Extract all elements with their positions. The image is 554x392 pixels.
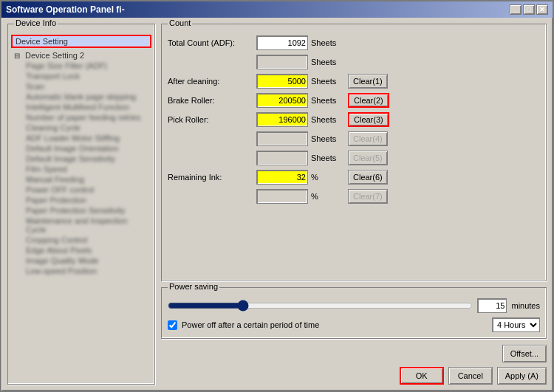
empty-row-2: Sheets Clear(4): [168, 131, 540, 147]
pick-roller-unit: Sheets: [311, 115, 348, 124]
offset-row: Offset...: [161, 345, 547, 362]
total-count-row: Total Count (ADF): 1092 Sheets: [168, 35, 540, 51]
empty-row-5: % Clear(7): [168, 188, 540, 204]
ok-button[interactable]: OK: [400, 367, 444, 385]
sub-item-9[interactable]: Default Image Orientation: [23, 143, 151, 154]
pick-roller-row: Pick Roller: 196000 Sheets Clear(3): [168, 111, 540, 128]
empty-unit-5: %: [311, 192, 348, 201]
cancel-button[interactable]: Cancel: [448, 367, 493, 385]
brake-roller-label: Brake Roller:: [168, 96, 256, 105]
after-cleaning-row: After cleaning: 5000 Sheets Clear(1): [168, 73, 540, 89]
sub-item-3[interactable]: Scan: [23, 81, 151, 92]
brake-roller-row: Brake Roller: 200500 Sheets Clear(2): [168, 92, 540, 109]
clear3-button[interactable]: Clear(3): [348, 112, 389, 127]
poweroff-checkbox[interactable]: [168, 320, 177, 330]
ok-cancel-row: OK Cancel Apply (A): [161, 367, 547, 385]
device-info-group: Device Info Device Setting ⊟ Device Sett…: [7, 24, 155, 385]
clear4-button: Clear(4): [348, 131, 388, 146]
sub-item-15[interactable]: Paper Protection Sensitivity: [23, 205, 151, 216]
sub-item-4[interactable]: Automatic blank page skipping: [23, 92, 151, 102]
remaining-ink-label: Remaining Ink:: [168, 173, 256, 182]
after-cleaning-value: 5000: [256, 74, 308, 89]
sub-item-18[interactable]: Edge About Pixels: [23, 245, 151, 255]
sub-item-2[interactable]: Transport Lock: [23, 71, 151, 81]
minutes-label: minutes: [511, 301, 540, 310]
after-cleaning-unit: Sheets: [311, 77, 348, 86]
sub-item-16[interactable]: Maintenance and Inspection Cycle: [23, 216, 151, 235]
offset-button[interactable]: Offset...: [502, 345, 547, 362]
sub-item-11[interactable]: Film Speed: [23, 164, 151, 174]
power-saving-group: Power saving 15 minutes Power off after …: [161, 287, 547, 339]
poweroff-row: Power off after a certain period of time…: [168, 317, 540, 332]
minutes-value-box: 15: [477, 298, 507, 313]
sub-item-7[interactable]: Cleaning Cycle: [23, 123, 151, 133]
after-cleaning-label: After cleaning:: [168, 77, 256, 86]
sub-item-5[interactable]: Intelligent Multifeed Function: [23, 102, 151, 112]
minimize-button[interactable]: _: [510, 4, 521, 15]
empty-row-3: Sheets Clear(5): [168, 150, 540, 166]
remaining-ink-value: 32: [256, 170, 308, 185]
empty-unit-3: Sheets: [311, 154, 348, 162]
window-title: Software Operation Panel fi-: [6, 4, 125, 15]
remaining-ink-row: Remaining Ink: 32 % Clear(6): [168, 169, 540, 185]
brake-roller-value: 200500: [256, 93, 308, 108]
sub-item-14[interactable]: Paper Protection: [23, 195, 151, 205]
pick-roller-label: Pick Roller:: [168, 115, 256, 124]
sub-item-13[interactable]: Power OFF control: [23, 185, 151, 195]
window-content: Device Info Device Setting ⊟ Device Sett…: [1, 18, 553, 391]
clear2-button[interactable]: Clear(2): [348, 93, 389, 108]
right-bottom-area: Offset... OK Cancel Apply (A): [161, 345, 547, 385]
empty-unit-1: Sheets: [311, 58, 348, 66]
sub-item-17[interactable]: Cropping Control: [23, 235, 151, 245]
total-count-value: 1092: [256, 35, 308, 50]
poweroff-label: Power off after a certain period of time: [182, 320, 488, 329]
empty-unit-2: Sheets: [311, 134, 348, 143]
apply-button[interactable]: Apply (A): [497, 367, 547, 385]
clear6-button[interactable]: Clear(6): [348, 170, 388, 185]
sub-item-12[interactable]: Manual Feeding: [23, 174, 151, 185]
count-group: Count Total Count (ADF): 1092 Sheets She…: [161, 24, 547, 281]
sub-item-10[interactable]: Default Image Sensitivity: [23, 154, 151, 164]
clear7-button: Clear(7): [348, 189, 388, 204]
tree-expand-icon: ⊟: [14, 52, 23, 60]
clear1-button[interactable]: Clear(1): [348, 74, 388, 89]
device-info-title: Device Info: [14, 18, 58, 27]
clear5-button: Clear(5): [348, 151, 388, 165]
power-slider[interactable]: [168, 298, 473, 313]
total-count-unit: Sheets: [311, 38, 348, 47]
device-setting-item[interactable]: Device Setting: [11, 35, 151, 48]
hours-select[interactable]: 1 Hours 2 Hours 4 Hours 8 Hours: [492, 317, 540, 332]
left-panel: Device Info Device Setting ⊟ Device Sett…: [7, 24, 155, 385]
title-bar: Software Operation Panel fi- _ □ ✕: [1, 1, 553, 18]
title-bar-buttons: _ □ ✕: [510, 4, 548, 15]
tree-sub-items: Page Size Filter (ADF) Transport Lock Sc…: [11, 61, 151, 276]
sub-item-8[interactable]: ADF Loader Motor Stiffing: [23, 133, 151, 143]
device-setting2-label: Device Setting 2: [25, 51, 84, 60]
device-setting2-group: ⊟ Device Setting 2 Page Size Filter (ADF…: [11, 50, 151, 276]
remaining-ink-unit: %: [311, 173, 348, 182]
empty-value-2: [256, 131, 308, 146]
sub-item-6[interactable]: Number of paper feeding retries: [23, 112, 151, 123]
device-setting2-item[interactable]: ⊟ Device Setting 2: [11, 50, 151, 61]
right-panel: Count Total Count (ADF): 1092 Sheets She…: [161, 24, 547, 385]
slider-row: 15 minutes: [168, 298, 540, 313]
brake-roller-unit: Sheets: [311, 96, 348, 105]
empty-value-1: [256, 55, 308, 69]
empty-value-3: [256, 151, 308, 165]
empty-value-5: [256, 189, 308, 204]
sub-item-1[interactable]: Page Size Filter (ADF): [23, 61, 151, 71]
count-group-title: Count: [168, 18, 192, 27]
main-window: Software Operation Panel fi- _ □ ✕ Devic…: [0, 0, 554, 392]
sub-item-19[interactable]: Image Quality Mode: [23, 255, 151, 266]
power-saving-title: Power saving: [168, 282, 219, 291]
pick-roller-value: 196000: [256, 112, 308, 127]
close-button[interactable]: ✕: [536, 4, 548, 15]
total-count-label: Total Count (ADF):: [168, 38, 256, 47]
empty-row-1: Sheets: [168, 54, 540, 70]
maximize-button[interactable]: □: [523, 4, 535, 15]
sub-item-20[interactable]: Low-speed Position: [23, 266, 151, 276]
device-setting-label: Device Setting: [16, 37, 68, 46]
